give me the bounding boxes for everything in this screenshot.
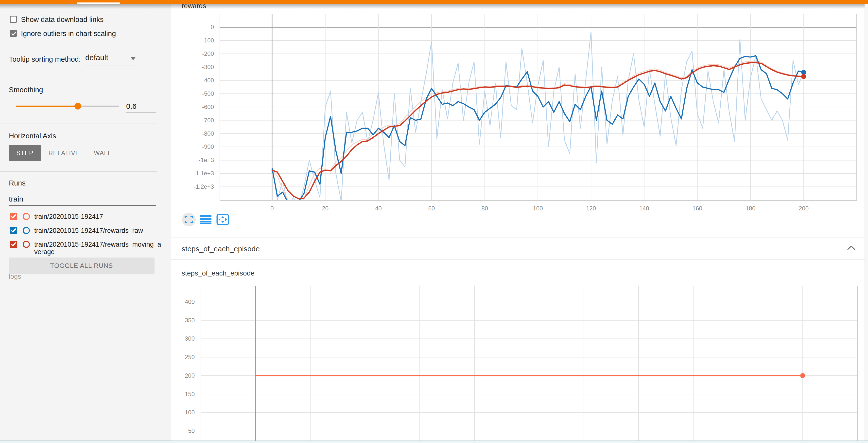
- svg-text:150: 150: [185, 391, 195, 397]
- svg-text:100: 100: [533, 205, 543, 212]
- tooltip-sorting-label: Tooltip sorting method:: [9, 55, 81, 63]
- divider: [0, 171, 157, 172]
- svg-text:200: 200: [799, 205, 809, 212]
- data-table-icon[interactable]: [199, 213, 213, 227]
- svg-text:-1.2e+3: -1.2e+3: [194, 183, 214, 190]
- section-header-steps[interactable]: steps_of_each_episode: [171, 238, 868, 260]
- svg-text:0: 0: [211, 24, 214, 30]
- ignore-outliers-checkbox[interactable]: [10, 30, 17, 37]
- run-label: train/20201015-192417: [34, 213, 162, 220]
- tooltip-sorting-value: default: [85, 53, 108, 62]
- vertical-scrollbar[interactable]: [865, 4, 868, 443]
- axis-relative-button[interactable]: RELATIVE: [49, 145, 79, 161]
- rewards-chart[interactable]: 0-100-200-300-400-500-600-700-800-900-1e…: [171, 0, 868, 238]
- runs-label: Runs: [9, 179, 26, 187]
- svg-text:400: 400: [185, 298, 195, 305]
- section-title: steps_of_each_episode: [182, 245, 260, 253]
- tooltip-sorting-select[interactable]: default: [85, 53, 137, 66]
- svg-text:40: 40: [375, 205, 382, 212]
- svg-text:-500: -500: [202, 90, 214, 97]
- svg-text:200: 200: [185, 372, 195, 379]
- dropdown-arrow-icon: [131, 57, 135, 60]
- svg-text:-400: -400: [202, 77, 214, 84]
- horizontal-scrollbar[interactable]: [0, 441, 868, 443]
- svg-text:140: 140: [639, 205, 649, 212]
- run-checkbox[interactable]: [10, 241, 17, 248]
- run-checkbox[interactable]: [10, 213, 17, 220]
- run-color-circle[interactable]: [23, 227, 30, 234]
- runs-filter-input[interactable]: [9, 193, 156, 206]
- smoothing-value-input[interactable]: [126, 101, 156, 113]
- fit-data-icon[interactable]: [216, 213, 230, 227]
- svg-text:350: 350: [185, 317, 195, 324]
- active-tab-indicator: [78, 2, 120, 4]
- smoothing-slider-fill: [16, 106, 78, 107]
- divider: [0, 124, 157, 124]
- svg-text:0: 0: [270, 205, 274, 212]
- svg-text:-200: -200: [202, 50, 214, 57]
- svg-text:-300: -300: [202, 64, 214, 70]
- chart-toolbar: [182, 212, 230, 227]
- run-color-circle[interactable]: [23, 241, 30, 248]
- runs-group-logs-label: logs: [9, 273, 21, 280]
- svg-text:300: 300: [185, 335, 195, 342]
- run-label: train/20201015-192417/rewards_raw: [34, 227, 162, 234]
- settings-sidebar: Show data download links Ignore outliers…: [0, 4, 171, 443]
- show-download-links-label: Show data download links: [21, 16, 103, 24]
- svg-text:-1.1e+3: -1.1e+3: [194, 170, 214, 177]
- chevron-up-icon[interactable]: [847, 246, 856, 250]
- smoothing-slider-thumb[interactable]: [74, 103, 81, 110]
- smoothing-label: Smoothing: [9, 86, 43, 94]
- fullscreen-icon[interactable]: [182, 213, 196, 227]
- toggle-all-runs-button[interactable]: TOGGLE ALL RUNS: [9, 258, 155, 274]
- app-header-bar: [0, 0, 868, 4]
- svg-text:-1e+3: -1e+3: [199, 157, 214, 163]
- run-label: train/20201015-192417/rewards_moving_ave…: [34, 241, 162, 256]
- svg-text:180: 180: [745, 205, 755, 212]
- svg-text:100: 100: [185, 409, 195, 416]
- svg-text:120: 120: [586, 205, 596, 212]
- ignore-outliers-label: Ignore outliers in chart scaling: [21, 30, 116, 38]
- steps-chart[interactable]: 40035030025020015010050: [171, 260, 868, 443]
- horizontal-axis-label: Horizontal Axis: [9, 132, 56, 140]
- svg-text:-700: -700: [202, 117, 214, 124]
- svg-text:-900: -900: [202, 143, 214, 150]
- svg-text:20: 20: [322, 205, 329, 212]
- check-icon: [10, 214, 17, 219]
- run-color-circle[interactable]: [23, 213, 30, 220]
- divider: [0, 79, 157, 79]
- show-download-links-checkbox[interactable]: [10, 16, 17, 23]
- svg-text:80: 80: [481, 205, 488, 212]
- svg-text:-600: -600: [202, 104, 214, 110]
- run-checkbox[interactable]: [10, 227, 17, 234]
- svg-text:60: 60: [428, 205, 435, 212]
- check-icon: [10, 241, 17, 247]
- svg-text:50: 50: [188, 427, 195, 434]
- svg-text:250: 250: [185, 354, 195, 360]
- svg-text:-800: -800: [202, 130, 214, 137]
- svg-text:160: 160: [692, 205, 702, 212]
- steps-chart-title: steps_of_each_episode: [182, 269, 255, 277]
- axis-step-button[interactable]: STEP: [9, 145, 41, 161]
- check-icon: [10, 228, 17, 233]
- check-icon: [11, 31, 17, 36]
- axis-wall-button[interactable]: WALL: [90, 145, 116, 161]
- svg-text:-100: -100: [202, 37, 214, 43]
